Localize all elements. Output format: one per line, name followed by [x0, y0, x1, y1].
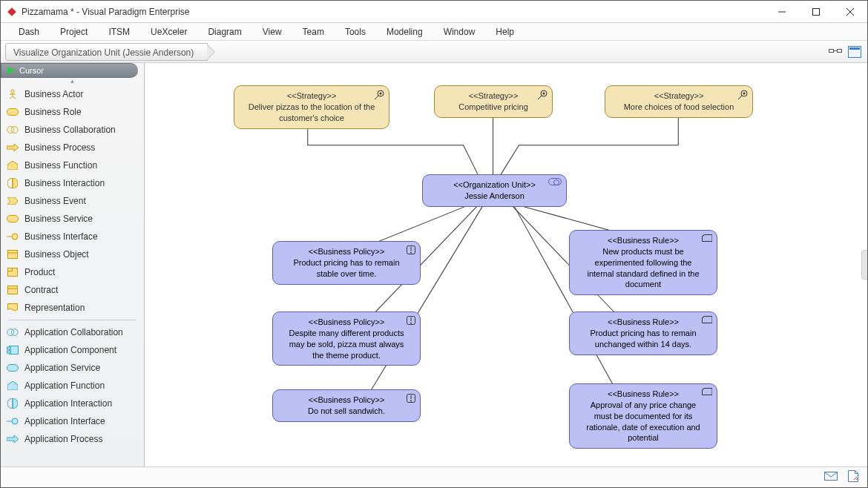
diagram-canvas[interactable]: <<Strategy>> Deliver pizzas to the locat…	[145, 63, 867, 466]
svg-rect-11	[8, 251, 18, 259]
node-stereotype: <<Organization Unit>>	[441, 179, 548, 191]
palette-business-process[interactable]: Business Process	[1, 139, 144, 156]
palette-cursor-tool[interactable]: Cursor	[1, 63, 138, 78]
policy-icon	[407, 316, 415, 325]
node-policy-3[interactable]: <<Business Policy>> Do not sell sandwich…	[272, 389, 421, 422]
palette-item-label: Business Process	[24, 142, 95, 153]
palette-scroll-up[interactable]: ▲	[1, 78, 144, 85]
rule-icon	[702, 234, 712, 242]
menu-help[interactable]: Help	[485, 24, 525, 39]
palette-business-collaboration[interactable]: Business Collaboration	[1, 121, 144, 139]
close-button[interactable]	[833, 1, 867, 23]
svg-rect-4	[849, 47, 860, 50]
mail-icon[interactable]	[824, 472, 838, 483]
app-logo-icon	[7, 7, 17, 17]
palette-business-actor[interactable]: Business Actor	[1, 85, 144, 103]
sidebar-collapse-handle[interactable]	[861, 250, 867, 280]
minimize-button[interactable]	[765, 1, 799, 23]
window-title: Pizzamama * - Visual Paradigm Enterprise	[22, 7, 765, 17]
palette-item-label: Business Collaboration	[24, 125, 116, 135]
palette-product[interactable]: Product	[1, 263, 144, 281]
palette-application-service[interactable]: Application Service	[1, 359, 144, 377]
node-policy-1[interactable]: <<Business Policy>> Product pricing has …	[272, 241, 421, 285]
menu-window[interactable]: Window	[433, 24, 486, 39]
palette-item-label: Application Interaction	[24, 398, 112, 409]
breadcrumb-bar: Visualize Organization Unit (Jessie Ande…	[1, 41, 867, 63]
node-stereotype: <<Strategy>>	[246, 90, 377, 102]
palette-item-label: Business Interaction	[24, 178, 105, 188]
palette-business-function[interactable]: Business Function	[1, 156, 144, 174]
node-strategy-1[interactable]: <<Strategy>> Deliver pizzas to the locat…	[234, 85, 389, 129]
palette-business-event[interactable]: Business Event	[1, 192, 144, 210]
node-policy-2[interactable]: <<Business Policy>> Despite many differe…	[272, 311, 421, 366]
node-strategy-3[interactable]: <<Strategy>> More choices of food select…	[605, 85, 753, 118]
palette-item-label: Application Process	[24, 434, 102, 444]
node-rule-2[interactable]: <<Business Rule>> Product pricing has to…	[569, 311, 717, 355]
menu-team[interactable]: Team	[292, 24, 335, 39]
contract-icon	[7, 285, 19, 295]
palette-application-component[interactable]: Application Component	[1, 341, 144, 359]
svg-point-23	[380, 93, 382, 95]
diagram-switch-icon[interactable]	[846, 44, 863, 60]
palette-business-interaction[interactable]: Business Interaction	[1, 174, 144, 192]
palette-business-service[interactable]: Business Service	[1, 210, 144, 228]
palette-application-interaction[interactable]: Application Interaction	[1, 395, 144, 412]
business-interaction-icon	[7, 178, 19, 188]
svg-rect-2	[838, 49, 842, 52]
svg-rect-20	[7, 365, 19, 372]
strategy-icon	[374, 90, 384, 100]
palette-business-object[interactable]: Business Object	[1, 245, 144, 263]
palette-application-collaboration[interactable]: Application Collaboration	[1, 323, 144, 341]
palette-application-interface[interactable]: Application Interface	[1, 412, 144, 430]
maximize-button[interactable]	[799, 1, 833, 23]
menu-view[interactable]: View	[252, 24, 292, 39]
status-bar	[1, 466, 867, 487]
palette-representation[interactable]: Representation	[1, 299, 144, 317]
menu-project[interactable]: Project	[50, 24, 98, 39]
palette-item-label: Product	[24, 267, 55, 277]
node-stereotype: <<Strategy>>	[617, 90, 740, 102]
node-stereotype: <<Strategy>>	[447, 90, 540, 102]
palette-business-interface[interactable]: Business Interface	[1, 228, 144, 245]
node-rule-1[interactable]: <<Business Rule>> New products must be e…	[569, 230, 717, 295]
policy-icon	[407, 245, 415, 254]
node-text: Do not sell sandwich.	[308, 406, 385, 415]
menu-modeling[interactable]: Modeling	[376, 24, 433, 39]
business-function-icon	[7, 160, 19, 171]
rule-icon	[702, 316, 712, 323]
palette-contract[interactable]: Contract	[1, 281, 144, 299]
palette-item-label: Application Component	[24, 345, 116, 355]
svg-rect-0	[813, 8, 820, 15]
application-interface-icon	[7, 416, 19, 426]
node-org-unit[interactable]: <<Organization Unit>> Jessie Anderson	[422, 174, 567, 207]
node-text: Approval of any price change must be doc…	[586, 400, 700, 443]
policy-icon	[407, 394, 415, 403]
palette-list: Business Actor Business Role Business Co…	[1, 85, 144, 466]
palette-item-label: Business Interface	[24, 231, 98, 242]
svg-point-8	[11, 127, 18, 133]
node-strategy-2[interactable]: <<Strategy>> Competitive pricing	[434, 85, 553, 118]
svg-point-29	[410, 252, 412, 254]
svg-point-21	[12, 418, 18, 424]
node-text: Product pricing has to remain unchanged …	[590, 329, 696, 349]
business-interface-icon	[7, 231, 19, 242]
palette-application-process[interactable]: Application Process	[1, 430, 144, 448]
breadcrumb[interactable]: Visualize Organization Unit (Jessie Ande…	[5, 43, 208, 61]
node-rule-3[interactable]: <<Business Rule>> Approval of any price …	[569, 383, 717, 449]
menu-diagram[interactable]: Diagram	[197, 24, 251, 39]
layout-tool-icon[interactable]	[827, 44, 844, 60]
palette-application-function[interactable]: Application Function	[1, 377, 144, 395]
svg-point-27	[743, 93, 746, 95]
menu-dash[interactable]: Dash	[8, 24, 50, 39]
menu-uexceler[interactable]: UeXceler	[140, 24, 197, 39]
palette-business-role[interactable]: Business Role	[1, 103, 144, 121]
svg-point-25	[543, 93, 545, 95]
menu-itsm[interactable]: ITSM	[98, 24, 140, 39]
business-object-icon	[7, 249, 19, 260]
node-stereotype: <<Business Policy>>	[285, 395, 408, 406]
menu-tools[interactable]: Tools	[335, 24, 376, 39]
svg-point-15	[7, 329, 14, 336]
node-stereotype: <<Business Rule>>	[582, 235, 705, 246]
rule-icon	[702, 388, 712, 395]
document-icon[interactable]	[848, 470, 858, 484]
